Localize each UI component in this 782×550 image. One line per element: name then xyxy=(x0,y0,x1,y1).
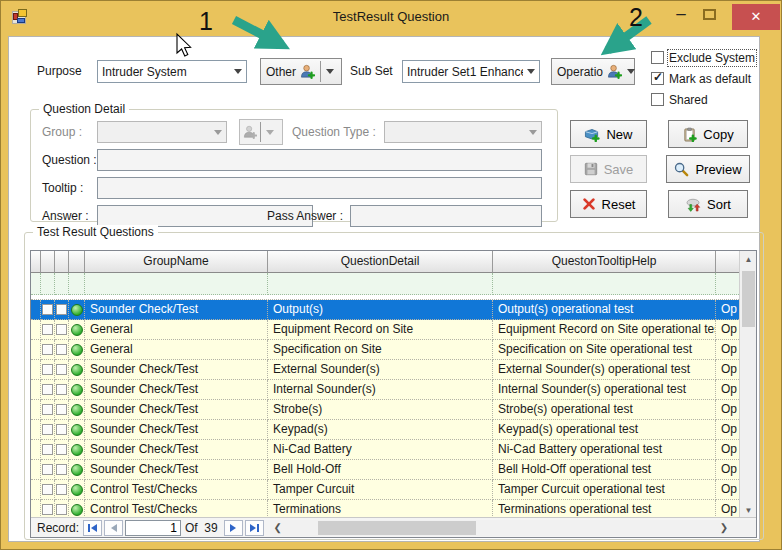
cell-groupname[interactable]: General xyxy=(85,320,268,340)
row-header-cell[interactable] xyxy=(31,420,41,440)
row-header-cell[interactable] xyxy=(31,460,41,480)
row-checkbox-2[interactable] xyxy=(55,420,69,440)
question-type-select[interactable] xyxy=(384,121,542,143)
reset-button[interactable]: Reset xyxy=(570,190,647,218)
sort-button[interactable]: Sort xyxy=(668,190,748,218)
row-checkbox-1[interactable] xyxy=(41,440,55,460)
last-record-button[interactable] xyxy=(245,520,264,536)
tooltip-field[interactable] xyxy=(98,178,541,198)
purpose-select[interactable]: Intruder System xyxy=(97,60,247,83)
row-header-cell[interactable] xyxy=(31,380,41,400)
close-button[interactable]: ✕ xyxy=(732,4,780,30)
record-number-input[interactable] xyxy=(126,521,180,535)
cell-extra[interactable]: Op xyxy=(716,460,741,480)
cell-tooltiphelp[interactable]: Tamper Curcuit operational test xyxy=(493,480,716,500)
cell-extra[interactable]: Op xyxy=(716,320,741,340)
subset-select[interactable]: Intruder Set1 Enhanced xyxy=(402,60,540,83)
cell-extra[interactable]: Op xyxy=(716,480,741,500)
preview-button[interactable]: Preview xyxy=(666,155,750,183)
table-row[interactable]: Sounder Check/Test Strobe(s) Strobe(s) o… xyxy=(31,400,741,420)
row-checkbox-1[interactable] xyxy=(41,460,55,480)
row-checkbox-1[interactable] xyxy=(41,340,55,360)
new-button[interactable]: New xyxy=(570,120,647,148)
cell-tooltiphelp[interactable]: Ni-Cad Battery operational test xyxy=(493,440,716,460)
cell-groupname[interactable]: Sounder Check/Test xyxy=(85,440,268,460)
row-checkbox-2[interactable] xyxy=(55,440,69,460)
row-header-cell[interactable] xyxy=(31,360,41,380)
row-checkbox-2[interactable] xyxy=(55,400,69,420)
previous-record-button[interactable] xyxy=(104,520,123,536)
first-record-button[interactable] xyxy=(83,520,102,536)
row-checkbox-1[interactable] xyxy=(41,320,55,340)
cell-groupname[interactable]: Sounder Check/Test xyxy=(85,360,268,380)
group-add-user-button[interactable] xyxy=(239,119,283,145)
cell-extra[interactable]: Op xyxy=(716,360,741,380)
cell-groupname[interactable]: General xyxy=(85,340,268,360)
cell-tooltiphelp[interactable]: Bell Hold-Off operational test xyxy=(493,460,716,480)
vertical-scrollbar[interactable]: ▲ ▼ xyxy=(739,251,756,519)
row-header-cell[interactable] xyxy=(31,440,41,460)
cell-tooltiphelp[interactable]: External Sounder(s) operational test xyxy=(493,360,716,380)
cell-questiondetail[interactable]: External Sounder(s) xyxy=(268,360,493,380)
cell-groupname[interactable]: Control Test/Checks xyxy=(85,480,268,500)
table-row[interactable]: General Specification on Site Specificat… xyxy=(31,340,741,360)
row-header-cell[interactable] xyxy=(31,320,41,340)
cell-questiondetail[interactable]: Specification on Site xyxy=(268,340,493,360)
cell-tooltiphelp[interactable]: Equipment Record on Site operational tes… xyxy=(493,320,716,340)
row-checkbox-2[interactable] xyxy=(55,360,69,380)
group-add-dropdown-arrow[interactable] xyxy=(261,120,278,144)
cell-questiondetail[interactable]: Keypad(s) xyxy=(268,420,493,440)
row-header-cell[interactable] xyxy=(31,400,41,420)
checkbox-box[interactable] xyxy=(651,93,664,106)
other-dropdown-arrow[interactable] xyxy=(321,59,338,84)
cell-extra[interactable]: Op xyxy=(716,300,741,320)
cell-extra[interactable]: Op xyxy=(716,380,741,400)
cell-questiondetail[interactable]: Output(s) xyxy=(268,300,493,320)
cell-groupname[interactable]: Sounder Check/Test xyxy=(85,300,268,320)
row-header-cell[interactable] xyxy=(31,300,41,320)
cell-questiondetail[interactable]: Tamper Curcuit xyxy=(268,480,493,500)
pass-answer-field[interactable] xyxy=(351,206,541,226)
row-checkbox-2[interactable] xyxy=(55,300,69,320)
maximize-button[interactable] xyxy=(703,9,716,20)
row-checkbox-1[interactable] xyxy=(41,380,55,400)
row-header-cell[interactable] xyxy=(31,340,41,360)
scroll-up-icon[interactable]: ▲ xyxy=(740,251,757,268)
table-row[interactable]: Sounder Check/Test Output(s) Output(s) o… xyxy=(31,300,741,320)
cell-tooltiphelp[interactable]: Specification on Site operational test xyxy=(493,340,716,360)
cell-groupname[interactable]: Sounder Check/Test xyxy=(85,460,268,480)
horizontal-scroll-thumb[interactable] xyxy=(318,521,476,535)
checkbox-box[interactable] xyxy=(651,51,664,64)
cell-groupname[interactable]: Sounder Check/Test xyxy=(85,380,268,400)
cell-tooltiphelp[interactable]: Internal Sounder(s) operational test xyxy=(493,380,716,400)
operation-split-button[interactable]: Operatio xyxy=(551,58,635,85)
row-checkbox-2[interactable] xyxy=(55,460,69,480)
cell-groupname[interactable]: Sounder Check/Test xyxy=(85,400,268,420)
minimize-button[interactable]: – xyxy=(663,1,699,31)
table-row[interactable]: Sounder Check/Test Ni-Cad Battery Ni-Cad… xyxy=(31,440,741,460)
vertical-scroll-thumb[interactable] xyxy=(742,271,755,327)
checkbox-exclude-system[interactable]: Exclude System xyxy=(651,50,755,65)
row-checkbox-1[interactable] xyxy=(41,300,55,320)
next-record-button[interactable] xyxy=(224,520,243,536)
row-checkbox-2[interactable] xyxy=(55,380,69,400)
checkbox-shared[interactable]: Shared xyxy=(651,92,708,107)
row-header-cell[interactable] xyxy=(31,480,41,500)
scroll-right-icon[interactable]: ❯ xyxy=(716,520,732,536)
table-row[interactable]: General Equipment Record on Site Equipme… xyxy=(31,320,741,340)
checkbox-mark-default[interactable]: ✓ Mark as default xyxy=(651,71,751,86)
cell-questiondetail[interactable]: Bell Hold-Off xyxy=(268,460,493,480)
copy-button[interactable]: Copy xyxy=(668,120,748,148)
cell-questiondetail[interactable]: Strobe(s) xyxy=(268,400,493,420)
checkbox-box[interactable]: ✓ xyxy=(651,72,664,85)
table-row[interactable]: Control Test/Checks Tamper Curcuit Tampe… xyxy=(31,480,741,500)
cell-tooltiphelp[interactable]: Strobe(s) operational test xyxy=(493,400,716,420)
row-checkbox-2[interactable] xyxy=(55,320,69,340)
table-row[interactable]: Sounder Check/Test Bell Hold-Off Bell Ho… xyxy=(31,460,741,480)
group-select[interactable] xyxy=(97,121,227,143)
save-button[interactable]: Save xyxy=(570,155,647,183)
cell-questiondetail[interactable]: Ni-Cad Battery xyxy=(268,440,493,460)
row-checkbox-1[interactable] xyxy=(41,420,55,440)
cell-extra[interactable]: Op xyxy=(716,440,741,460)
row-checkbox-2[interactable] xyxy=(55,480,69,500)
